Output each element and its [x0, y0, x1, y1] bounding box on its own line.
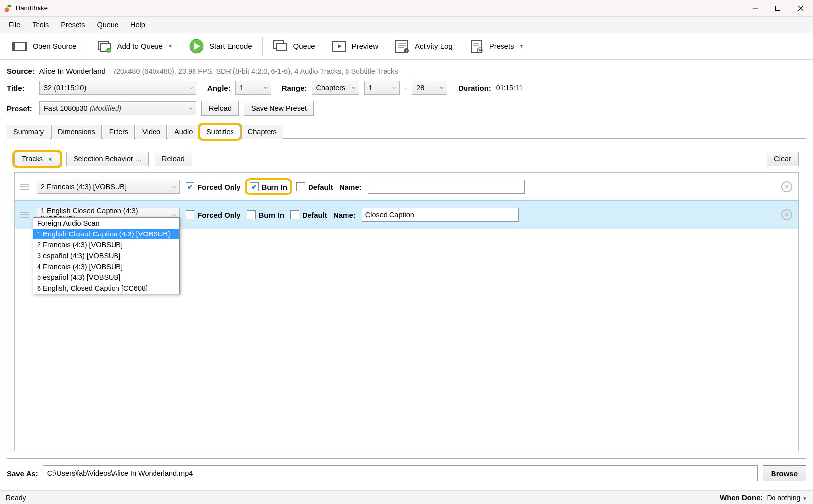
name-label: Name:	[333, 211, 356, 219]
default-label: Default	[302, 211, 327, 219]
svg-point-0	[5, 7, 9, 12]
burn-in-checkbox[interactable]	[247, 210, 256, 219]
subtitle-controls: Tracks ▼ Selection Behavior ... Reload C…	[14, 152, 799, 166]
preview-icon	[331, 39, 347, 54]
preview-button[interactable]: Preview	[326, 37, 383, 56]
default-checkbox[interactable]	[296, 182, 305, 191]
track-name-input[interactable]	[362, 208, 519, 222]
title-label: Title:	[7, 84, 35, 92]
tab-audio[interactable]: Audio	[168, 125, 199, 139]
range-from-select[interactable]: 1	[364, 81, 400, 95]
preset-select[interactable]: Fast 1080p30 (Modified)	[39, 101, 196, 115]
menu-presets[interactable]: Presets	[55, 18, 91, 32]
presets-icon	[468, 39, 484, 54]
dropdown-option[interactable]: 1 English Closed Caption (4:3) [VOBSUB]	[33, 229, 179, 239]
tab-video[interactable]: Video	[136, 125, 167, 139]
save-new-preset-button[interactable]: Save New Preset	[244, 101, 314, 116]
duration-label: Duration:	[458, 84, 491, 92]
when-done-select[interactable]: Do nothing ▼	[767, 494, 807, 502]
tracks-list: 2 Francais (4:3) [VOBSUB] Forced Only Bu…	[14, 172, 799, 451]
forced-only-checkbox[interactable]	[186, 210, 194, 219]
angle-select[interactable]: 1	[235, 81, 271, 95]
chevron-down-icon: ▼	[519, 43, 524, 49]
queue-icon	[272, 39, 288, 54]
menu-tools[interactable]: Tools	[26, 18, 55, 32]
menu-file[interactable]: File	[3, 18, 26, 32]
tab-summary[interactable]: Summary	[7, 125, 50, 139]
preset-label: Preset:	[7, 104, 35, 113]
tab-filters[interactable]: Filters	[103, 125, 135, 139]
range-sep: -	[405, 84, 407, 92]
presets-button[interactable]: Presets ▼	[464, 37, 529, 56]
menu-queue[interactable]: Queue	[91, 18, 124, 32]
track-name-input[interactable]	[368, 180, 525, 194]
tracks-button[interactable]: Tracks ▼	[14, 152, 60, 166]
browse-button[interactable]: Browse	[763, 465, 806, 481]
source-info: 720x480 (640x480), 23.98 FPS, SDR (8-bit…	[113, 67, 398, 75]
save-as-input[interactable]	[43, 465, 758, 481]
subtitles-panel: Tracks ▼ Selection Behavior ... Reload C…	[7, 145, 806, 459]
default-checkbox[interactable]	[290, 210, 299, 219]
remove-track-button[interactable]	[781, 181, 792, 192]
open-source-button[interactable]: Open Source	[7, 37, 81, 56]
preview-label: Preview	[352, 42, 378, 50]
remove-track-button[interactable]	[781, 209, 792, 220]
track-select[interactable]: 2 Francais (4:3) [VOBSUB]	[37, 180, 180, 194]
titlebar: HandBrake	[0, 0, 813, 17]
dropdown-option[interactable]: 2 Francais (4:3) [VOBSUB]	[33, 239, 179, 250]
activity-log-label: Activity Log	[415, 42, 453, 50]
chevron-down-icon: ▼	[168, 43, 173, 49]
toolbar: Open Source + Add to Queue ▼ Start Encod…	[0, 33, 813, 60]
svg-rect-16	[276, 43, 286, 51]
dropdown-option[interactable]: 5 español (4:3) [VOBSUB]	[33, 272, 179, 283]
app-icon	[4, 4, 13, 13]
dropdown-option[interactable]: Foreign Audio Scan	[33, 218, 179, 229]
range-to-select[interactable]: 28	[412, 81, 447, 95]
window-title: HandBrake	[16, 4, 744, 12]
subtitles-reload-button[interactable]: Reload	[155, 152, 192, 166]
start-encode-button[interactable]: Start Encode	[184, 37, 257, 56]
dropdown-option[interactable]: 6 English, Closed Caption [CC608]	[33, 283, 179, 294]
open-source-label: Open Source	[33, 42, 76, 50]
title-select[interactable]: 32 (01:15:10)	[39, 81, 196, 95]
dropdown-option[interactable]: 4 Francais (4:3) [VOBSUB]	[33, 261, 179, 272]
queue-button[interactable]: Queue	[268, 37, 320, 56]
range-label: Range:	[282, 84, 307, 92]
preset-reload-button[interactable]: Reload	[201, 101, 239, 116]
status-text: Ready	[6, 494, 26, 502]
duration-value: 01:15:11	[496, 84, 523, 92]
log-icon: i	[394, 39, 410, 54]
tab-subtitles[interactable]: Subtitles	[200, 125, 240, 139]
dropdown-option[interactable]: 3 español (4:3) [VOBSUB]	[33, 250, 179, 261]
maximize-button[interactable]	[767, 0, 789, 16]
burn-in-checkbox[interactable]	[250, 182, 259, 191]
source-name: Alice In Wonderland	[39, 67, 106, 75]
activity-log-button[interactable]: i Activity Log	[389, 37, 458, 56]
tab-chapters[interactable]: Chapters	[241, 125, 283, 139]
selection-behavior-button[interactable]: Selection Behavior ...	[66, 152, 149, 166]
svg-point-29	[479, 49, 481, 51]
close-button[interactable]	[789, 0, 812, 16]
film-icon	[12, 39, 28, 54]
burn-in-label: Burn In	[262, 183, 288, 191]
forced-only-label: Forced Only	[197, 183, 241, 191]
queue-add-icon: +	[96, 39, 112, 54]
statusbar: Ready When Done: Do nothing ▼	[0, 490, 813, 504]
minimize-button[interactable]	[744, 0, 767, 16]
range-type-select[interactable]: Chapters	[312, 81, 359, 95]
tabs: Summary Dimensions Filters Video Audio S…	[7, 124, 806, 139]
name-label: Name:	[339, 183, 362, 191]
forced-only-checkbox[interactable]	[186, 182, 194, 191]
chevron-down-icon: ▼	[48, 157, 53, 162]
drag-handle-icon[interactable]	[19, 212, 31, 218]
clear-button[interactable]: Clear	[767, 152, 799, 166]
save-as-row: Save As: Browse	[7, 465, 806, 485]
forced-only-label: Forced Only	[197, 211, 241, 219]
add-to-queue-button[interactable]: + Add to Queue ▼	[91, 37, 177, 56]
drag-handle-icon[interactable]	[19, 184, 31, 190]
track-dropdown[interactable]: Foreign Audio Scan 1 English Closed Capt…	[33, 217, 180, 294]
content-area: Source: Alice In Wonderland 720x480 (640…	[0, 60, 813, 490]
menu-help[interactable]: Help	[124, 18, 151, 32]
svg-text:+: +	[108, 48, 110, 53]
tab-dimensions[interactable]: Dimensions	[51, 125, 102, 139]
